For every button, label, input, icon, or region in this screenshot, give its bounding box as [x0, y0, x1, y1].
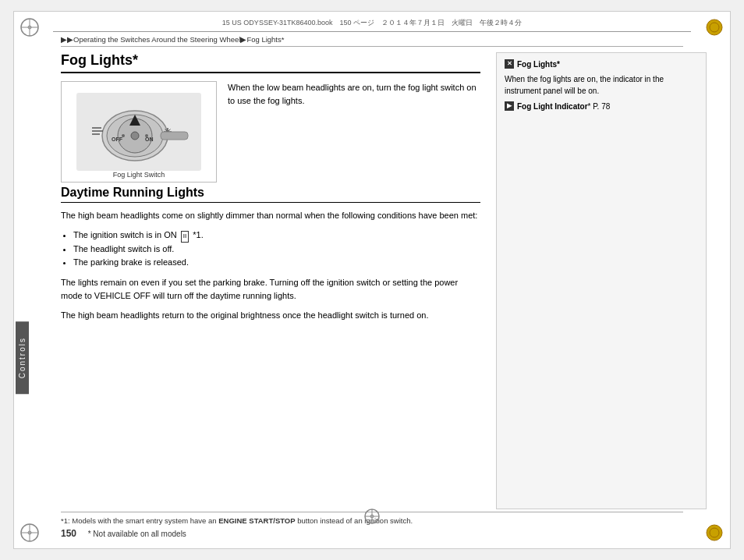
bullet-1-text: The ignition switch is in ON — [73, 230, 177, 239]
daytime-para3: The high beam headlights return to the o… — [61, 309, 480, 322]
sidebar-title-text: Fog Lights* — [517, 60, 560, 69]
fog-lights-section-title: Fog Lights* — [61, 52, 480, 73]
page-number-area: 150 * Not available on all models — [61, 528, 186, 539]
sidebar-note-title: ✕ Fog Lights* — [505, 59, 698, 69]
footnote-bold-text: ENGINE START/STOP — [218, 516, 295, 525]
bottom-center-crosshair — [363, 508, 381, 526]
bullet-item-2: The headlight switch is off. — [73, 243, 480, 257]
fog-indicator-link-suffix: * P. 78 — [588, 102, 611, 111]
breadcrumb: ▶▶Operating the Switches Around the Stee… — [61, 35, 683, 47]
svg-rect-26 — [161, 132, 188, 140]
not-available-note: * Not available on all models — [88, 530, 186, 538]
fog-switch-caption: Fog Light Switch — [62, 171, 216, 179]
sidebar-link-label: Fog Light Indicator* P. 78 — [517, 102, 610, 111]
bullet-item-1: The ignition switch is in ON II *1. — [73, 229, 480, 243]
corner-decoration-tl — [19, 16, 41, 38]
right-sidebar: ✕ Fog Lights* When the fog lights are on… — [496, 52, 707, 509]
sidebar-note-link: ▶ Fog Light Indicator* P. 78 — [505, 101, 698, 111]
fog-lights-intro-text: When the low beam headlights are on, tur… — [228, 81, 480, 107]
side-label-controls: Controls — [14, 168, 30, 548]
daytime-para2: The lights remain on even if you set the… — [61, 276, 480, 303]
breadcrumb-text: ▶▶Operating the Switches Around the Stee… — [61, 35, 284, 44]
daytime-conditions-list: The ignition switch is in ON II *1. The … — [73, 229, 480, 270]
corner-decoration-tr — [703, 16, 725, 38]
sidebar-link-icon: ▶ — [505, 101, 514, 111]
fog-indicator-label: Fog Light Indicator — [517, 102, 588, 111]
page: 15 US ODYSSEY-31TK86400.book 150 ページ ２０１… — [13, 11, 731, 549]
top-metadata-bar: 15 US ODYSSEY-31TK86400.book 150 ページ ２０１… — [53, 18, 691, 32]
page-number: 150 — [61, 528, 76, 539]
fog-switch-svg: OFF ON — [76, 93, 201, 171]
svg-point-29 — [131, 132, 139, 140]
svg-point-5 — [710, 23, 719, 32]
footnote-star1-text: *1: Models with the smart entry system h… — [61, 516, 218, 525]
bullet-1-suffix: *1. — [193, 230, 203, 239]
svg-point-28 — [145, 134, 148, 137]
bullet-item-3: The parking brake is released. — [73, 256, 480, 270]
footnote-star1-suffix: button instead of an ignition switch. — [296, 516, 413, 525]
top-metadata-text: 15 US ODYSSEY-31TK86400.book 150 ページ ２０１… — [222, 18, 522, 28]
bottom-bar: *1: Models with the smart entry system h… — [61, 512, 683, 539]
checkbox-x-icon: ✕ — [505, 59, 514, 69]
svg-text:ON: ON — [145, 136, 154, 142]
ii-icon: II — [181, 231, 189, 243]
side-label-text: Controls — [16, 321, 29, 394]
sidebar-note-body: When the fog lights are on, the indicato… — [505, 73, 698, 97]
svg-text:OFF: OFF — [112, 136, 123, 142]
fog-switch-image-box: OFF ON — [61, 81, 217, 183]
svg-point-27 — [122, 134, 125, 137]
daytime-para1: The high beam headlights come on slightl… — [61, 209, 480, 222]
main-content-area: Fog Lights* OFF ON — [61, 52, 480, 509]
daytime-running-lights-title: Daytime Running Lights — [61, 186, 480, 203]
corner-decoration-br — [703, 522, 725, 544]
svg-point-11 — [710, 528, 719, 537]
